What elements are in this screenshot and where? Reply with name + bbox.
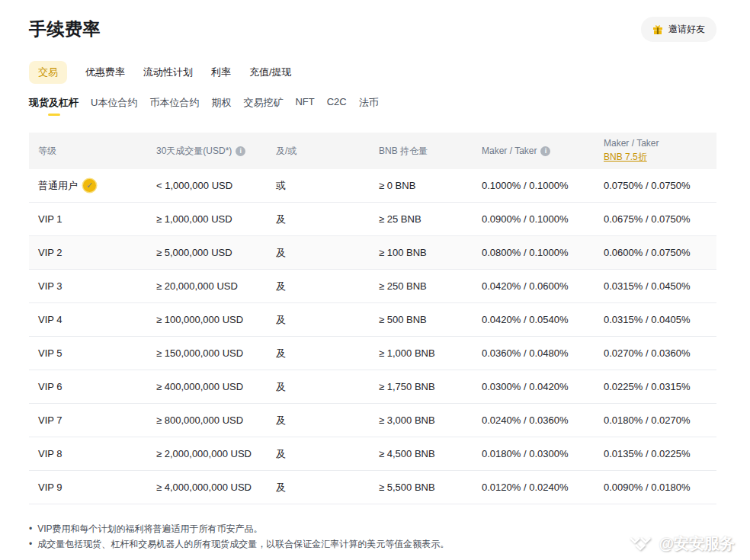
bnb-balance-cell: ≥ 500 BNB — [370, 314, 473, 325]
maker-taker-bnb-cell: 0.0315% / 0.0450% — [595, 280, 716, 292]
level-label: VIP 6 — [38, 381, 62, 392]
bullet-icon: • — [29, 521, 32, 536]
level-cell: VIP 3 — [29, 280, 147, 292]
and-or-cell: 及 — [267, 213, 370, 226]
bnb-balance-cell: ≥ 250 BNB — [370, 280, 473, 292]
and-or-cell: 及 — [267, 414, 370, 427]
table-row: VIP 1 ≥ 1,000,000 USD 及 ≥ 25 BNB 0.0900%… — [29, 203, 716, 236]
table-header: 等级 30天成交量(USD*) i 及/或 BNB 持仓量 Maker / Ta… — [29, 133, 716, 169]
table-row: VIP 5 ≥ 150,000,000 USD 及 ≥ 1,000 BNB 0.… — [29, 337, 716, 370]
and-or-cell: 及 — [267, 246, 370, 260]
and-or-cell: 及 — [267, 280, 370, 293]
maker-taker-cell: 0.1000% / 0.1000% — [473, 180, 595, 191]
and-or-cell: 及 — [267, 447, 370, 461]
note-text: VIP费用和每个计划的福利将普遍适用于所有币安产品。 — [37, 521, 262, 536]
sub-tab-6[interactable]: C2C — [327, 93, 347, 115]
level-cell: VIP 1 — [29, 213, 147, 225]
page-header: 手续费率 邀请好友 — [29, 17, 716, 42]
maker-taker-cell: 0.0120% / 0.0240% — [473, 482, 595, 493]
level-label: VIP 4 — [38, 314, 62, 325]
maker-taker-cell: 0.0420% / 0.0540% — [473, 314, 595, 325]
gift-icon — [652, 24, 663, 35]
table-row: VIP 3 ≥ 20,000,000 USD 及 ≥ 250 BNB 0.042… — [29, 270, 716, 303]
volume-cell: ≥ 5,000,000 USD — [147, 247, 267, 258]
level-label: VIP 9 — [38, 482, 62, 493]
maker-taker-bnb-cell: 0.0270% / 0.0360% — [595, 347, 716, 359]
level-label: VIP 2 — [38, 247, 62, 258]
info-icon[interactable]: i — [236, 146, 245, 156]
header-volume-label: 30天成交量(USD*) — [156, 145, 232, 158]
sub-tab-7[interactable]: 法币 — [359, 93, 379, 117]
header-and-or: 及/或 — [267, 145, 370, 158]
volume-cell: ≥ 150,000,000 USD — [147, 347, 267, 359]
sub-tab-5[interactable]: NFT — [295, 93, 314, 115]
level-label: VIP 5 — [38, 347, 62, 359]
maker-taker-cell: 0.0360% / 0.0480% — [473, 347, 595, 359]
table-row: VIP 8 ≥ 2,000,000,000 USD 及 ≥ 4,500 BNB … — [29, 437, 716, 471]
header-bnb-balance: BNB 持仓量 — [370, 145, 473, 158]
sub-tab-4[interactable]: 交易挖矿 — [243, 93, 283, 117]
maker-taker-bnb-cell: 0.0225% / 0.0315% — [595, 381, 716, 392]
volume-cell: ≥ 20,000,000 USD — [147, 280, 267, 292]
invite-friends-button[interactable]: 邀请好友 — [641, 17, 716, 42]
volume-cell: ≥ 1,000,000 USD — [147, 213, 267, 225]
main-tab-3[interactable]: 利率 — [211, 61, 231, 84]
level-label: VIP 1 — [38, 213, 62, 225]
sub-tab-1[interactable]: U本位合约 — [91, 93, 137, 117]
bnb-balance-cell: ≥ 0 BNB — [370, 180, 473, 191]
sub-tab-2[interactable]: 币本位合约 — [149, 93, 199, 117]
page-title: 手续费率 — [29, 18, 101, 41]
level-cell: VIP 4 — [29, 314, 147, 325]
main-tab-2[interactable]: 流动性计划 — [143, 61, 193, 84]
volume-cell: < 1,000,000 USD — [147, 180, 267, 191]
maker-taker-bnb-cell: 0.0135% / 0.0225% — [595, 448, 716, 459]
check-badge-icon: ✓ — [83, 179, 96, 192]
table-row: VIP 2 ≥ 5,000,000 USD 及 ≥ 100 BNB 0.0800… — [29, 236, 716, 270]
volume-cell: ≥ 100,000,000 USD — [147, 314, 267, 325]
sub-tab-3[interactable]: 期权 — [211, 93, 231, 117]
main-tab-1[interactable]: 优惠费率 — [85, 61, 125, 84]
sub-tab-0[interactable]: 现货及杠杆 — [29, 93, 79, 117]
bnb-balance-cell: ≥ 1,000 BNB — [370, 347, 473, 359]
info-icon[interactable]: i — [540, 146, 550, 156]
fee-page: 手续费率 邀请好友 交易优惠费率流动性计划利率充值/提现 现货及杠杆U本位合约币… — [0, 17, 750, 560]
note-item: • 成交量包括现货、杠杆和交易机器人的所有现货成交量，以联合保证金汇率计算的美元… — [29, 536, 716, 552]
level-cell: 普通用户 ✓ — [29, 179, 147, 193]
maker-taker-cell: 0.0300% / 0.0420% — [473, 381, 595, 392]
level-cell: VIP 8 — [29, 448, 147, 459]
and-or-cell: 及 — [267, 380, 370, 394]
maker-taker-bnb-cell: 0.0090% / 0.0180% — [595, 482, 716, 493]
maker-taker-bnb-cell: 0.0180% / 0.0270% — [595, 414, 716, 426]
main-tabs: 交易优惠费率流动性计划利率充值/提现 — [29, 61, 716, 84]
and-or-cell: 及 — [267, 481, 370, 494]
table-row: VIP 9 ≥ 4,000,000,000 USD 及 ≥ 5,500 BNB … — [29, 471, 716, 504]
maker-taker-cell: 0.0240% / 0.0360% — [473, 414, 595, 426]
level-label: VIP 7 — [38, 414, 62, 426]
bnb-discount-link[interactable]: BNB 7.5折 — [604, 151, 647, 164]
main-tab-4[interactable]: 充值/提现 — [249, 61, 292, 84]
bnb-balance-cell: ≥ 5,500 BNB — [370, 482, 473, 493]
volume-cell: ≥ 800,000,000 USD — [147, 414, 267, 426]
volume-cell: ≥ 2,000,000,000 USD — [147, 448, 267, 459]
header-maker-taker-bnb: Maker / Taker BNB 7.5折 — [595, 138, 716, 164]
maker-taker-bnb-cell: 0.0675% / 0.0750% — [595, 213, 716, 225]
bnb-balance-cell: ≥ 100 BNB — [370, 247, 473, 258]
invite-friends-label: 邀请好友 — [668, 23, 705, 36]
level-cell: VIP 9 — [29, 482, 147, 493]
bnb-balance-cell: ≥ 25 BNB — [370, 213, 473, 225]
maker-taker-bnb-cell: 0.0315% / 0.0405% — [595, 314, 716, 325]
main-tab-0[interactable]: 交易 — [29, 61, 67, 84]
maker-taker-cell: 0.0800% / 0.1000% — [473, 247, 595, 258]
and-or-cell: 及 — [267, 347, 370, 360]
header-volume: 30天成交量(USD*) i — [147, 145, 267, 158]
bnb-balance-cell: ≥ 3,000 BNB — [370, 414, 473, 426]
maker-taker-cell: 0.0180% / 0.0300% — [473, 448, 595, 459]
header-maker-taker-label: Maker / Taker — [482, 146, 537, 156]
note-item: • VIP费用和每个计划的福利将普遍适用于所有币安产品。 — [29, 521, 716, 536]
header-level: 等级 — [29, 145, 147, 158]
and-or-cell: 及 — [267, 313, 370, 327]
volume-cell: ≥ 4,000,000,000 USD — [147, 482, 267, 493]
sub-tabs: 现货及杠杆U本位合约币本位合约期权交易挖矿NFTC2C法币 — [29, 93, 716, 117]
table-row: VIP 6 ≥ 400,000,000 USD 及 ≥ 1,750 BNB 0.… — [29, 370, 716, 404]
note-text: 成交量包括现货、杠杆和交易机器人的所有现货成交量，以联合保证金汇率计算的美元等值… — [37, 536, 449, 552]
